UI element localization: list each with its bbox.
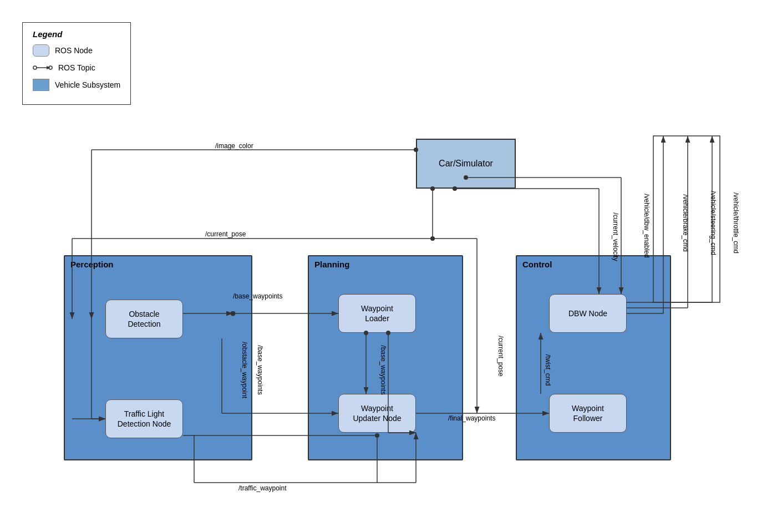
car-simulator-label: Car/Simulator xyxy=(439,159,493,169)
topic-traffic-waypoint: /traffic_waypoint xyxy=(238,484,287,492)
obstacle-detection-label: ObstacleDetection xyxy=(128,309,160,329)
dbw-node-label: DBW Node xyxy=(568,308,607,318)
topic-image-color: /image_color xyxy=(215,142,253,150)
svg-point-16 xyxy=(430,236,435,241)
traffic-light-node: Traffic LightDetection Node xyxy=(105,399,183,438)
topic-dbw-enabled: /vehicle/dbw_enabled xyxy=(643,194,651,257)
waypoint-updater-node: WaypointUpdater Node xyxy=(338,394,416,433)
svg-point-0 xyxy=(33,66,37,69)
legend-title: Legend xyxy=(33,29,120,39)
waypoint-loader-label: WaypointLoader xyxy=(361,303,393,323)
topic-current-pose-v: /current_pose xyxy=(497,336,505,376)
legend-vehicle-label: Vehicle Subsystem xyxy=(55,80,120,89)
diagram-container: Legend ROS Node ROS Topic Vehicle Subsys… xyxy=(0,0,772,532)
waypoint-loader-node: WaypointLoader xyxy=(338,294,416,333)
traffic-light-label: Traffic LightDetection Node xyxy=(118,409,171,429)
topic-base-waypoints-v1: /base_waypoints xyxy=(256,345,264,394)
legend-item-ros-topic: ROS Topic xyxy=(33,63,120,72)
legend-item-vehicle: Vehicle Subsystem xyxy=(33,79,120,91)
obstacle-detection-node: ObstacleDetection xyxy=(105,300,183,338)
legend-box: Legend ROS Node ROS Topic Vehicle Subsys… xyxy=(22,22,131,105)
legend-vehicle-icon xyxy=(33,79,49,91)
topic-vehicle-steering: /vehicle/steering_cmd xyxy=(709,191,717,255)
topic-vehicle-throttle: /vehicle/throttle_cmd xyxy=(732,192,740,254)
dbw-node: DBW Node xyxy=(549,294,627,333)
topic-obstacle-waypoint: /obstacle_waypoint xyxy=(241,342,248,398)
legend-ros-topic-label: ROS Topic xyxy=(58,63,95,72)
topic-base-waypoints-h: /base_waypoints xyxy=(233,292,282,300)
legend-ros-node-label: ROS Node xyxy=(55,46,93,55)
topic-twist-cmd: /twist_cmd xyxy=(544,354,552,386)
waypoint-follower-label: WaypointFollower xyxy=(572,403,604,423)
topic-current-velocity: /current_velocity xyxy=(612,212,619,261)
legend-ros-node-icon xyxy=(33,44,49,57)
control-label: Control xyxy=(517,256,670,269)
perception-label: Perception xyxy=(65,256,251,269)
topic-final-waypoints: /final_waypoints xyxy=(448,414,495,422)
topic-vehicle-brake: /vehicle/brake_cmd xyxy=(682,194,689,251)
car-simulator-node: Car/Simulator xyxy=(416,139,516,189)
topic-base-waypoints-v2: /base_waypoints xyxy=(379,345,387,394)
planning-label: Planning xyxy=(309,256,462,269)
waypoint-updater-label: WaypointUpdater Node xyxy=(353,403,401,423)
legend-ros-topic-icon xyxy=(33,64,53,72)
waypoint-follower-node: WaypointFollower xyxy=(549,394,627,433)
legend-item-ros-node: ROS Node xyxy=(33,44,120,57)
topic-current-pose-h: /current_pose xyxy=(205,230,246,238)
